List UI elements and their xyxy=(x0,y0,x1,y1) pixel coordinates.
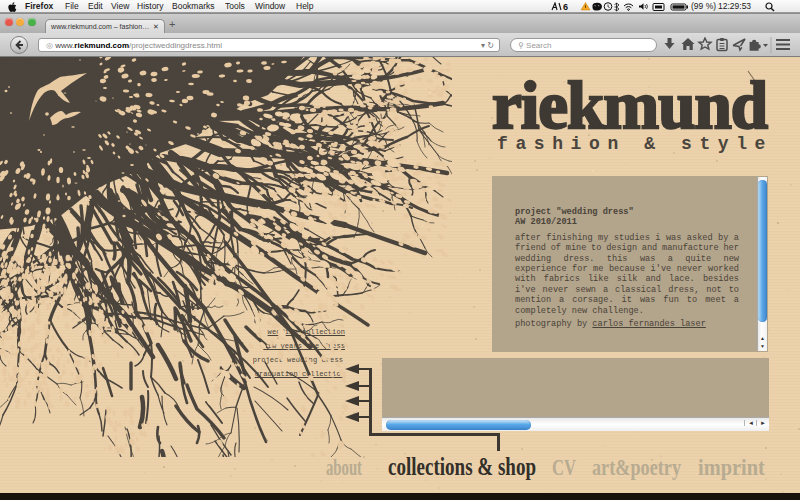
svg-text:6: 6 xyxy=(563,2,568,12)
